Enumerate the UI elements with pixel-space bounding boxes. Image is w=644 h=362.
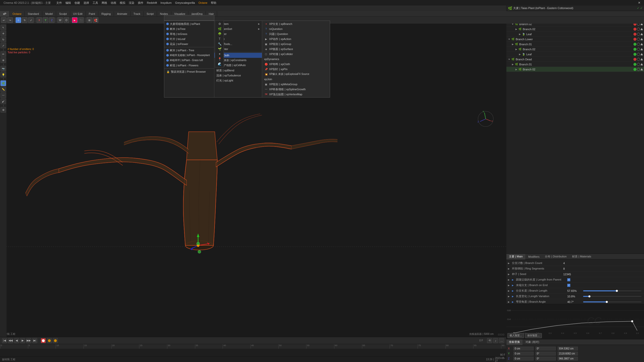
expand-arrow3[interactable]: ▶ (514, 28, 518, 30)
dd-question[interactable]: ? 问题 | Question (262, 31, 330, 36)
lt-scale[interactable]: ⤢ (1, 43, 6, 48)
tl-sound-btn[interactable]: ♪ (493, 338, 498, 343)
dd-tograss[interactable]: 草地 | toGrass (164, 31, 214, 36)
layer-branch-lower[interactable]: ▼ 🌿 Branch Lower (506, 37, 644, 42)
toolbar-world[interactable]: W (57, 17, 63, 23)
save-preset-btn[interactable]: 保存预置... (525, 333, 542, 338)
dd-xpmetagroup[interactable]: ▣ XP组别 | xpMetaGroup (262, 82, 330, 87)
menu-simulate[interactable]: 模拟 (118, 1, 127, 5)
menu-plugins[interactable]: 插件 (136, 1, 145, 5)
checkbox-lp[interactable]: ✓ (567, 278, 570, 281)
transform-tab-obj[interactable]: 对象 (相对) (523, 339, 542, 345)
dd-icon-btn8[interactable]: 📍 (215, 57, 224, 62)
slider-thumb-ba[interactable] (606, 301, 608, 303)
expand-icon4b[interactable]: ▶ (512, 279, 515, 281)
toolbar-render2[interactable]: ⬛ (78, 17, 84, 23)
layer-leaf-under-lower[interactable]: ▶ 🍃 Leaf (506, 52, 644, 57)
dd-turbulence[interactable]: 流体 | xpTurbulence (214, 73, 262, 78)
expand-arrow5[interactable]: ▼ (507, 38, 511, 40)
expand-icon5[interactable]: ▶ (508, 284, 511, 287)
toolbar-rotate[interactable]: ↻ (22, 17, 27, 23)
transform-tab-coord[interactable]: 坐标变换 (506, 339, 522, 345)
expand-icon5b[interactable]: ▶ (512, 284, 515, 287)
checkbox-be[interactable]: ✓ (567, 284, 570, 287)
tl-dots-btn[interactable]: … (499, 338, 504, 343)
dd-xpgroup[interactable]: ▣ XP组别 | xpGroup (262, 41, 330, 47)
tab-paint[interactable]: Paint (86, 11, 98, 17)
dd-icon-btn9[interactable]: 🌊 (215, 62, 224, 67)
tl-play-btn[interactable]: ▶ (20, 338, 25, 343)
dd-icon-btn7[interactable]: ✦ (215, 52, 224, 57)
bp-tab-distribution[interactable]: 分布 | Distribution (542, 254, 569, 259)
tl-rec2-btn[interactable]: ⬤ (47, 338, 52, 343)
slider-lv[interactable] (583, 296, 641, 297)
expand-icon6b[interactable]: ▶ (512, 290, 515, 292)
toolbar-render[interactable]: ▶ (72, 17, 77, 23)
scale-y-input[interactable] (558, 352, 578, 355)
layer-leaf-l4[interactable]: ▶ 🍃 Leaf (506, 32, 644, 37)
expand-icon8[interactable]: ▶ (508, 301, 511, 303)
tl-loop-btn[interactable]: ⟲ (487, 338, 492, 343)
tab-standard[interactable]: Standard (25, 11, 42, 17)
dd-toplant[interactable]: 大麦塔植物系统 | toPlant (164, 21, 214, 26)
toolbar-scale[interactable]: ⤢ (28, 17, 34, 23)
slider-thumb-bl[interactable] (616, 290, 618, 292)
tab-octane[interactable]: Octane (10, 11, 25, 17)
layer-branch01-under-lower[interactable]: ▶ 🌿 Branch.01 (506, 42, 644, 47)
layer-branch02-under-dead[interactable]: ▶ 🌿 Branch 02 (506, 67, 644, 72)
tl-next-btn[interactable]: ▶▶ (26, 338, 31, 343)
dd-xpjoin[interactable]: xpJoin (262, 77, 330, 82)
menu-select[interactable]: 选择 (82, 1, 91, 5)
toolbar-undo[interactable]: ↩ (1, 17, 7, 23)
dd-xpvertexmap[interactable]: 🗺 XP顶点贴图 | xpVertexMap (262, 92, 330, 97)
slider-bl[interactable] (583, 290, 641, 291)
expand-arrow4[interactable]: ▶ (518, 33, 521, 35)
pos-x-input[interactable] (513, 347, 534, 350)
expand-icon7[interactable]: ▶ (508, 295, 511, 298)
dd-xpcollider[interactable]: ⬡ XP对撞 | xpCollider (262, 52, 330, 57)
menu-file[interactable]: 文件 (55, 1, 63, 5)
toolbar-z[interactable]: Z (49, 17, 55, 23)
dd-xpbranch[interactable]: ✦ XP分支 | xpBranch (262, 21, 330, 26)
lt-hair[interactable]: 〰 (1, 93, 6, 98)
dd-totree[interactable]: 树木 | toTree (164, 26, 214, 31)
toolbar-redo[interactable]: ↪ (7, 17, 13, 23)
lt-sculpt[interactable]: ⊛ (1, 57, 6, 63)
bp-tab-materials[interactable]: 材质 | Materials (570, 254, 594, 259)
expand-icon4[interactable]: ▶ (508, 279, 511, 281)
tab-uv-edit[interactable]: UV Edit (70, 11, 86, 17)
tl-prev-btn[interactable]: ◀◀ (8, 338, 13, 343)
lt-paint[interactable]: 🖌 (1, 99, 6, 104)
load-preset-btn[interactable]: 载入预置... (507, 333, 524, 338)
menu-render[interactable]: 渲染 (127, 1, 136, 5)
dd-xpexplosiaFX[interactable]: 💥 XP爆火 来源 | xpExplosiaFX Source (262, 72, 330, 77)
layer-branch02-under-lower[interactable]: ▶ 🌿 Branch.02 (506, 47, 644, 52)
expand-icon2[interactable]: ▶ (508, 267, 511, 270)
toolbar-move[interactable]: ✛ (16, 17, 21, 23)
bp-tab-modifiers[interactable]: Modifiers (526, 254, 542, 259)
octane-search-box[interactable] (164, 15, 214, 21)
dd-icon-btn5[interactable]: 🔧 (215, 41, 224, 47)
dd-xpdynamics[interactable]: xpDynamics (262, 57, 330, 62)
lt-measure[interactable]: 📏 (1, 86, 6, 92)
dd-preset[interactable]: 🔒 预设浏览器 | Preset Browser (164, 69, 214, 74)
pos-z-input[interactable] (513, 357, 534, 360)
menu-mesh[interactable]: 网格 (100, 1, 109, 5)
pos-y-input[interactable] (513, 352, 534, 355)
menu-animate[interactable]: 动画 (109, 1, 118, 5)
menu-octane[interactable]: Octane (197, 1, 209, 5)
expand-arrow7[interactable]: ▶ (514, 48, 518, 51)
toolbar-grid[interactable]: ⊞ (87, 17, 92, 23)
toolbar-x[interactable]: X (36, 17, 42, 23)
dd-toflower[interactable]: 花朵 | toFlower (164, 41, 214, 47)
expand-icon1[interactable]: ▶ (508, 262, 511, 264)
dd-xpsurface[interactable]: ◈ XP曲面 | xpSurface (262, 47, 330, 52)
lt-select[interactable]: ↖ (1, 25, 6, 30)
dd-light[interactable]: 灯光 | xpLight (214, 78, 262, 83)
dd-xpsplinegrowth[interactable]: 〰 XP样条增殖 | xpSplineGrowth (262, 87, 330, 92)
menu-tools[interactable]: 工具 (91, 1, 100, 5)
tl-end-btn[interactable]: ▶| (32, 338, 37, 343)
dd-icon-btn1[interactable]: ⚙ (215, 21, 224, 26)
toolbar-snap[interactable]: 🧲 (93, 17, 98, 23)
lt-plant[interactable]: 🌿 (1, 80, 6, 86)
